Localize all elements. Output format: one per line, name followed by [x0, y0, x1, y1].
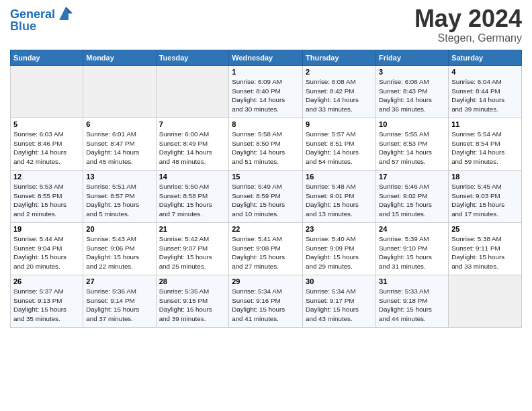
day-number: 26 [13, 277, 80, 285]
day-number: 9 [306, 120, 373, 128]
day-number: 25 [451, 225, 519, 233]
day-info: Sunrise: 5:46 AM Sunset: 9:02 PM Dayligh… [379, 182, 445, 219]
calendar-week-row: 1Sunrise: 6:09 AM Sunset: 8:40 PM Daylig… [11, 66, 522, 118]
calendar-cell: 25Sunrise: 5:38 AM Sunset: 9:11 PM Dayli… [449, 223, 522, 275]
day-number: 21 [159, 225, 226, 233]
day-number: 3 [379, 68, 445, 76]
calendar-cell: 8Sunrise: 5:58 AM Sunset: 8:50 PM Daylig… [229, 118, 303, 171]
day-info: Sunrise: 5:43 AM Sunset: 9:06 PM Dayligh… [86, 234, 152, 271]
day-info: Sunrise: 5:49 AM Sunset: 8:59 PM Dayligh… [232, 182, 300, 219]
day-info: Sunrise: 6:06 AM Sunset: 8:43 PM Dayligh… [379, 77, 445, 114]
day-number: 17 [379, 173, 445, 181]
calendar-cell: 26Sunrise: 5:37 AM Sunset: 9:13 PM Dayli… [11, 275, 83, 328]
calendar-week-row: 12Sunrise: 5:53 AM Sunset: 8:55 PM Dayli… [11, 171, 522, 223]
day-info: Sunrise: 5:34 AM Sunset: 9:17 PM Dayligh… [306, 287, 373, 324]
calendar-week-row: 5Sunrise: 6:03 AM Sunset: 8:46 PM Daylig… [11, 118, 522, 171]
calendar-cell: 12Sunrise: 5:53 AM Sunset: 8:55 PM Dayli… [11, 171, 83, 223]
day-info: Sunrise: 5:41 AM Sunset: 9:08 PM Dayligh… [232, 234, 300, 271]
day-number: 2 [306, 68, 373, 76]
calendar-cell: 16Sunrise: 5:48 AM Sunset: 9:01 PM Dayli… [303, 171, 376, 223]
day-info: Sunrise: 5:42 AM Sunset: 9:07 PM Dayligh… [159, 234, 226, 271]
title-area: May 2024 Stegen, Germany [414, 7, 522, 44]
day-info: Sunrise: 5:45 AM Sunset: 9:03 PM Dayligh… [451, 182, 519, 219]
weekday-header: Saturday [449, 50, 522, 66]
calendar-cell: 28Sunrise: 5:35 AM Sunset: 9:15 PM Dayli… [156, 275, 229, 328]
day-number: 20 [86, 225, 152, 233]
calendar-cell [449, 275, 522, 328]
weekday-header: Wednesday [229, 50, 303, 66]
day-number: 13 [86, 173, 152, 181]
calendar-week-row: 19Sunrise: 5:44 AM Sunset: 9:04 PM Dayli… [11, 223, 522, 275]
calendar-cell: 17Sunrise: 5:46 AM Sunset: 9:02 PM Dayli… [376, 171, 449, 223]
calendar-cell: 5Sunrise: 6:03 AM Sunset: 8:46 PM Daylig… [11, 118, 83, 171]
day-info: Sunrise: 5:33 AM Sunset: 9:18 PM Dayligh… [379, 287, 445, 324]
day-number: 4 [451, 68, 519, 76]
calendar-cell: 18Sunrise: 5:45 AM Sunset: 9:03 PM Dayli… [449, 171, 522, 223]
calendar-cell: 11Sunrise: 5:54 AM Sunset: 8:54 PM Dayli… [449, 118, 522, 171]
day-info: Sunrise: 5:55 AM Sunset: 8:53 PM Dayligh… [379, 130, 445, 167]
day-number: 31 [379, 277, 445, 285]
calendar-cell: 27Sunrise: 5:36 AM Sunset: 9:14 PM Dayli… [83, 275, 156, 328]
day-info: Sunrise: 6:04 AM Sunset: 8:44 PM Dayligh… [451, 77, 519, 114]
calendar-cell: 24Sunrise: 5:39 AM Sunset: 9:10 PM Dayli… [376, 223, 449, 275]
day-info: Sunrise: 6:08 AM Sunset: 8:42 PM Dayligh… [306, 77, 373, 114]
day-number: 19 [13, 225, 80, 233]
calendar-cell: 4Sunrise: 6:04 AM Sunset: 8:44 PM Daylig… [449, 66, 522, 118]
calendar-cell: 13Sunrise: 5:51 AM Sunset: 8:57 PM Dayli… [83, 171, 156, 223]
day-info: Sunrise: 5:36 AM Sunset: 9:14 PM Dayligh… [86, 287, 152, 324]
calendar-cell: 7Sunrise: 6:00 AM Sunset: 8:49 PM Daylig… [156, 118, 229, 171]
weekday-header: Tuesday [156, 50, 229, 66]
weekday-header-row: SundayMondayTuesdayWednesdayThursdayFrid… [11, 50, 522, 66]
calendar-cell: 20Sunrise: 5:43 AM Sunset: 9:06 PM Dayli… [83, 223, 156, 275]
logo-blue: Blue [10, 20, 36, 34]
page-container: General Blue May 2024 Stegen, Germany Su… [0, 0, 532, 334]
calendar-week-row: 26Sunrise: 5:37 AM Sunset: 9:13 PM Dayli… [11, 275, 522, 328]
calendar-cell: 29Sunrise: 5:34 AM Sunset: 9:16 PM Dayli… [229, 275, 303, 328]
header: General Blue May 2024 Stegen, Germany [10, 7, 522, 44]
day-info: Sunrise: 6:01 AM Sunset: 8:47 PM Dayligh… [86, 130, 152, 167]
day-number: 28 [159, 277, 226, 285]
day-number: 7 [159, 120, 226, 128]
day-info: Sunrise: 5:40 AM Sunset: 9:09 PM Dayligh… [306, 234, 373, 271]
weekday-header: Thursday [303, 50, 376, 66]
weekday-header: Friday [376, 50, 449, 66]
calendar-cell [83, 66, 156, 118]
calendar-cell: 3Sunrise: 6:06 AM Sunset: 8:43 PM Daylig… [376, 66, 449, 118]
weekday-header: Sunday [11, 50, 83, 66]
day-number: 8 [232, 120, 300, 128]
day-info: Sunrise: 6:03 AM Sunset: 8:46 PM Dayligh… [13, 130, 80, 167]
calendar-cell: 31Sunrise: 5:33 AM Sunset: 9:18 PM Dayli… [376, 275, 449, 328]
day-number: 18 [451, 173, 519, 181]
day-info: Sunrise: 5:38 AM Sunset: 9:11 PM Dayligh… [451, 234, 519, 271]
day-number: 29 [232, 277, 300, 285]
calendar-cell: 9Sunrise: 5:57 AM Sunset: 8:51 PM Daylig… [303, 118, 376, 171]
day-number: 5 [13, 120, 80, 128]
calendar-cell: 15Sunrise: 5:49 AM Sunset: 8:59 PM Dayli… [229, 171, 303, 223]
day-info: Sunrise: 5:39 AM Sunset: 9:10 PM Dayligh… [379, 234, 445, 271]
month-title: May 2024 [414, 7, 522, 31]
day-number: 12 [13, 173, 80, 181]
day-info: Sunrise: 5:35 AM Sunset: 9:15 PM Dayligh… [159, 287, 226, 324]
day-number: 24 [379, 225, 445, 233]
calendar-cell: 10Sunrise: 5:55 AM Sunset: 8:53 PM Dayli… [376, 118, 449, 171]
day-number: 14 [159, 173, 226, 181]
calendar-cell: 1Sunrise: 6:09 AM Sunset: 8:40 PM Daylig… [229, 66, 303, 118]
day-info: Sunrise: 5:37 AM Sunset: 9:13 PM Dayligh… [13, 287, 80, 324]
calendar-cell: 2Sunrise: 6:08 AM Sunset: 8:42 PM Daylig… [303, 66, 376, 118]
calendar-cell: 14Sunrise: 5:50 AM Sunset: 8:58 PM Dayli… [156, 171, 229, 223]
day-info: Sunrise: 5:57 AM Sunset: 8:51 PM Dayligh… [306, 130, 373, 167]
day-number: 16 [306, 173, 373, 181]
day-info: Sunrise: 5:48 AM Sunset: 9:01 PM Dayligh… [306, 182, 373, 219]
day-number: 11 [451, 120, 519, 128]
day-number: 30 [306, 277, 373, 285]
weekday-header: Monday [83, 50, 156, 66]
day-info: Sunrise: 5:34 AM Sunset: 9:16 PM Dayligh… [232, 287, 300, 324]
day-info: Sunrise: 6:00 AM Sunset: 8:49 PM Dayligh… [159, 130, 226, 167]
day-info: Sunrise: 5:58 AM Sunset: 8:50 PM Dayligh… [232, 130, 300, 167]
day-number: 10 [379, 120, 445, 128]
logo-icon [56, 4, 75, 23]
calendar-cell: 21Sunrise: 5:42 AM Sunset: 9:07 PM Dayli… [156, 223, 229, 275]
day-info: Sunrise: 6:09 AM Sunset: 8:40 PM Dayligh… [232, 77, 300, 114]
day-info: Sunrise: 5:53 AM Sunset: 8:55 PM Dayligh… [13, 182, 80, 219]
day-info: Sunrise: 5:54 AM Sunset: 8:54 PM Dayligh… [451, 130, 519, 167]
